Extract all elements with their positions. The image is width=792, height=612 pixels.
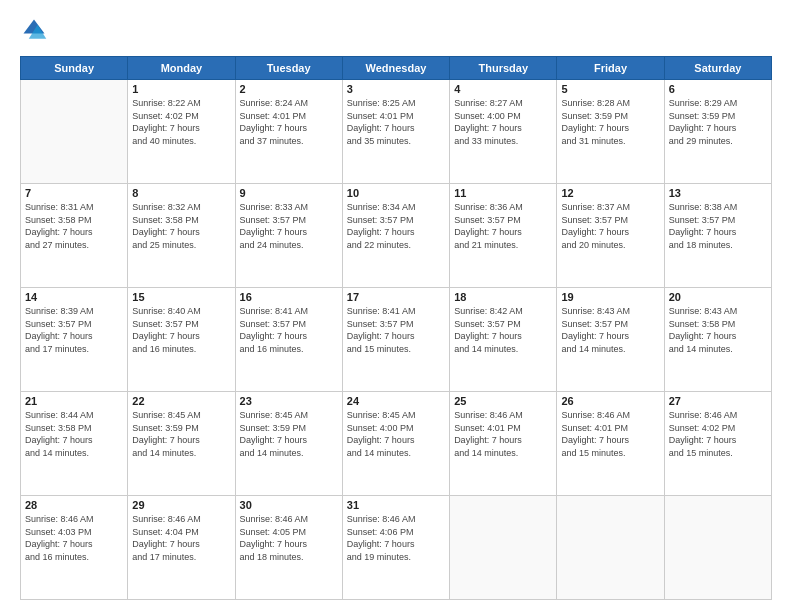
day-number: 24	[347, 395, 445, 407]
day-cell: 28Sunrise: 8:46 AM Sunset: 4:03 PM Dayli…	[21, 496, 128, 600]
day-info: Sunrise: 8:43 AM Sunset: 3:58 PM Dayligh…	[669, 305, 767, 355]
day-number: 2	[240, 83, 338, 95]
day-cell: 4Sunrise: 8:27 AM Sunset: 4:00 PM Daylig…	[450, 80, 557, 184]
day-cell: 6Sunrise: 8:29 AM Sunset: 3:59 PM Daylig…	[664, 80, 771, 184]
day-number: 20	[669, 291, 767, 303]
day-number: 18	[454, 291, 552, 303]
day-info: Sunrise: 8:29 AM Sunset: 3:59 PM Dayligh…	[669, 97, 767, 147]
weekday-header-thursday: Thursday	[450, 57, 557, 80]
day-cell	[557, 496, 664, 600]
day-cell: 12Sunrise: 8:37 AM Sunset: 3:57 PM Dayli…	[557, 184, 664, 288]
weekday-header-sunday: Sunday	[21, 57, 128, 80]
week-row-2: 7Sunrise: 8:31 AM Sunset: 3:58 PM Daylig…	[21, 184, 772, 288]
day-info: Sunrise: 8:44 AM Sunset: 3:58 PM Dayligh…	[25, 409, 123, 459]
day-cell: 20Sunrise: 8:43 AM Sunset: 3:58 PM Dayli…	[664, 288, 771, 392]
day-number: 3	[347, 83, 445, 95]
day-cell: 17Sunrise: 8:41 AM Sunset: 3:57 PM Dayli…	[342, 288, 449, 392]
day-cell: 2Sunrise: 8:24 AM Sunset: 4:01 PM Daylig…	[235, 80, 342, 184]
day-cell: 16Sunrise: 8:41 AM Sunset: 3:57 PM Dayli…	[235, 288, 342, 392]
day-cell: 23Sunrise: 8:45 AM Sunset: 3:59 PM Dayli…	[235, 392, 342, 496]
weekday-header-saturday: Saturday	[664, 57, 771, 80]
day-number: 10	[347, 187, 445, 199]
day-cell: 9Sunrise: 8:33 AM Sunset: 3:57 PM Daylig…	[235, 184, 342, 288]
day-cell: 26Sunrise: 8:46 AM Sunset: 4:01 PM Dayli…	[557, 392, 664, 496]
day-info: Sunrise: 8:46 AM Sunset: 4:03 PM Dayligh…	[25, 513, 123, 563]
day-info: Sunrise: 8:41 AM Sunset: 3:57 PM Dayligh…	[347, 305, 445, 355]
day-info: Sunrise: 8:45 AM Sunset: 4:00 PM Dayligh…	[347, 409, 445, 459]
day-cell: 13Sunrise: 8:38 AM Sunset: 3:57 PM Dayli…	[664, 184, 771, 288]
logo	[20, 16, 52, 44]
day-cell: 21Sunrise: 8:44 AM Sunset: 3:58 PM Dayli…	[21, 392, 128, 496]
calendar-table: SundayMondayTuesdayWednesdayThursdayFrid…	[20, 56, 772, 600]
day-cell: 27Sunrise: 8:46 AM Sunset: 4:02 PM Dayli…	[664, 392, 771, 496]
logo-icon	[20, 16, 48, 44]
day-info: Sunrise: 8:27 AM Sunset: 4:00 PM Dayligh…	[454, 97, 552, 147]
day-number: 29	[132, 499, 230, 511]
day-number: 25	[454, 395, 552, 407]
day-info: Sunrise: 8:36 AM Sunset: 3:57 PM Dayligh…	[454, 201, 552, 251]
day-number: 12	[561, 187, 659, 199]
day-number: 5	[561, 83, 659, 95]
day-cell: 25Sunrise: 8:46 AM Sunset: 4:01 PM Dayli…	[450, 392, 557, 496]
day-cell: 18Sunrise: 8:42 AM Sunset: 3:57 PM Dayli…	[450, 288, 557, 392]
day-number: 6	[669, 83, 767, 95]
day-cell: 19Sunrise: 8:43 AM Sunset: 3:57 PM Dayli…	[557, 288, 664, 392]
day-cell: 8Sunrise: 8:32 AM Sunset: 3:58 PM Daylig…	[128, 184, 235, 288]
day-info: Sunrise: 8:31 AM Sunset: 3:58 PM Dayligh…	[25, 201, 123, 251]
day-info: Sunrise: 8:45 AM Sunset: 3:59 PM Dayligh…	[132, 409, 230, 459]
day-info: Sunrise: 8:37 AM Sunset: 3:57 PM Dayligh…	[561, 201, 659, 251]
weekday-header-tuesday: Tuesday	[235, 57, 342, 80]
day-cell: 7Sunrise: 8:31 AM Sunset: 3:58 PM Daylig…	[21, 184, 128, 288]
day-info: Sunrise: 8:43 AM Sunset: 3:57 PM Dayligh…	[561, 305, 659, 355]
weekday-header-row: SundayMondayTuesdayWednesdayThursdayFrid…	[21, 57, 772, 80]
day-info: Sunrise: 8:24 AM Sunset: 4:01 PM Dayligh…	[240, 97, 338, 147]
day-number: 7	[25, 187, 123, 199]
day-cell	[664, 496, 771, 600]
day-number: 15	[132, 291, 230, 303]
day-cell: 30Sunrise: 8:46 AM Sunset: 4:05 PM Dayli…	[235, 496, 342, 600]
week-row-4: 21Sunrise: 8:44 AM Sunset: 3:58 PM Dayli…	[21, 392, 772, 496]
day-info: Sunrise: 8:22 AM Sunset: 4:02 PM Dayligh…	[132, 97, 230, 147]
day-info: Sunrise: 8:46 AM Sunset: 4:06 PM Dayligh…	[347, 513, 445, 563]
page: SundayMondayTuesdayWednesdayThursdayFrid…	[0, 0, 792, 612]
weekday-header-friday: Friday	[557, 57, 664, 80]
day-info: Sunrise: 8:42 AM Sunset: 3:57 PM Dayligh…	[454, 305, 552, 355]
day-info: Sunrise: 8:32 AM Sunset: 3:58 PM Dayligh…	[132, 201, 230, 251]
day-cell: 5Sunrise: 8:28 AM Sunset: 3:59 PM Daylig…	[557, 80, 664, 184]
day-info: Sunrise: 8:41 AM Sunset: 3:57 PM Dayligh…	[240, 305, 338, 355]
day-number: 21	[25, 395, 123, 407]
day-info: Sunrise: 8:25 AM Sunset: 4:01 PM Dayligh…	[347, 97, 445, 147]
day-cell: 24Sunrise: 8:45 AM Sunset: 4:00 PM Dayli…	[342, 392, 449, 496]
day-number: 16	[240, 291, 338, 303]
day-number: 8	[132, 187, 230, 199]
day-cell	[21, 80, 128, 184]
day-number: 9	[240, 187, 338, 199]
day-info: Sunrise: 8:33 AM Sunset: 3:57 PM Dayligh…	[240, 201, 338, 251]
day-number: 4	[454, 83, 552, 95]
day-number: 30	[240, 499, 338, 511]
day-number: 22	[132, 395, 230, 407]
day-number: 31	[347, 499, 445, 511]
day-number: 11	[454, 187, 552, 199]
day-info: Sunrise: 8:28 AM Sunset: 3:59 PM Dayligh…	[561, 97, 659, 147]
day-cell: 22Sunrise: 8:45 AM Sunset: 3:59 PM Dayli…	[128, 392, 235, 496]
day-info: Sunrise: 8:46 AM Sunset: 4:05 PM Dayligh…	[240, 513, 338, 563]
day-number: 14	[25, 291, 123, 303]
day-cell: 14Sunrise: 8:39 AM Sunset: 3:57 PM Dayli…	[21, 288, 128, 392]
day-number: 23	[240, 395, 338, 407]
day-number: 17	[347, 291, 445, 303]
day-info: Sunrise: 8:40 AM Sunset: 3:57 PM Dayligh…	[132, 305, 230, 355]
day-cell: 29Sunrise: 8:46 AM Sunset: 4:04 PM Dayli…	[128, 496, 235, 600]
week-row-3: 14Sunrise: 8:39 AM Sunset: 3:57 PM Dayli…	[21, 288, 772, 392]
header	[20, 16, 772, 44]
day-info: Sunrise: 8:46 AM Sunset: 4:04 PM Dayligh…	[132, 513, 230, 563]
day-info: Sunrise: 8:46 AM Sunset: 4:01 PM Dayligh…	[561, 409, 659, 459]
weekday-header-wednesday: Wednesday	[342, 57, 449, 80]
day-cell: 11Sunrise: 8:36 AM Sunset: 3:57 PM Dayli…	[450, 184, 557, 288]
day-number: 19	[561, 291, 659, 303]
day-cell: 3Sunrise: 8:25 AM Sunset: 4:01 PM Daylig…	[342, 80, 449, 184]
day-number: 1	[132, 83, 230, 95]
day-info: Sunrise: 8:39 AM Sunset: 3:57 PM Dayligh…	[25, 305, 123, 355]
day-number: 27	[669, 395, 767, 407]
day-cell: 1Sunrise: 8:22 AM Sunset: 4:02 PM Daylig…	[128, 80, 235, 184]
